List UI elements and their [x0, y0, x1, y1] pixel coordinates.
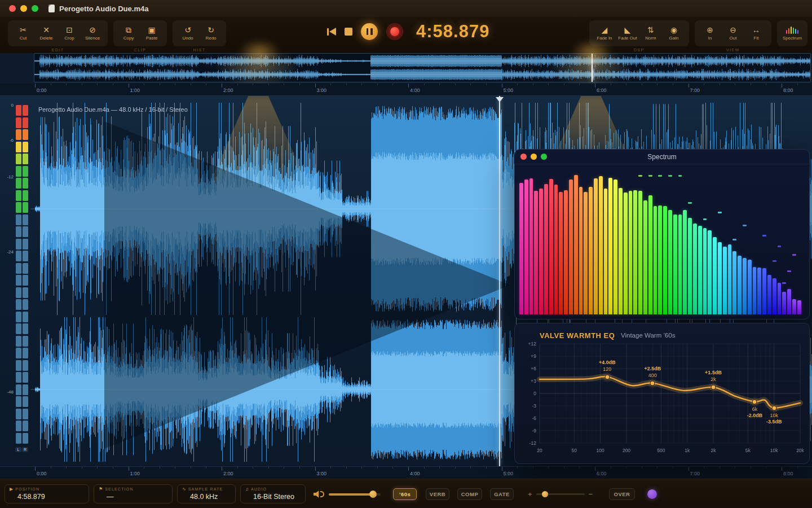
ruler-minor-tick	[82, 84, 82, 85]
eq-band-handle[interactable]	[650, 380, 655, 386]
spectrum-bar	[658, 205, 662, 314]
meter-segment	[16, 372, 21, 383]
meter-segment	[23, 275, 28, 286]
spectrum-bar	[599, 176, 603, 314]
fx-button-60s[interactable]: ’60s	[393, 488, 417, 500]
ruler-tick	[502, 467, 502, 471]
mini-slider-knob[interactable]	[542, 491, 548, 497]
meter-segment	[16, 202, 21, 213]
zoom-in-button[interactable]: ⊕In	[699, 23, 721, 44]
ruler-minor-tick	[735, 467, 735, 468]
spectrum-peak-marker	[732, 239, 736, 240]
meter-segment	[23, 348, 28, 358]
meter-segment	[23, 154, 28, 164]
spectrum-bar	[787, 289, 791, 314]
spectrum-peak-marker	[778, 246, 782, 247]
ruler-minor-tick	[797, 84, 798, 85]
spectrum-icon	[786, 27, 799, 34]
record-button[interactable]	[386, 23, 403, 40]
overview-waveform-canvas[interactable]	[34, 54, 810, 82]
paste-label: Paste	[146, 36, 157, 41]
spectrum-bar	[773, 278, 776, 314]
meter-segment	[16, 409, 21, 419]
over-button[interactable]: OVER	[609, 488, 635, 500]
cut-label: Cut	[20, 36, 27, 41]
undo-button[interactable]: ↺Undo	[177, 23, 198, 44]
pause-button[interactable]	[361, 23, 378, 40]
meter-segment	[16, 263, 21, 274]
cut-button[interactable]: ✂Cut	[12, 23, 34, 44]
ruler-minor-tick	[392, 467, 393, 468]
fx-button-gate[interactable]: GATE	[490, 488, 514, 500]
eq-band-handle[interactable]	[771, 405, 776, 410]
fx-button-comp[interactable]: COMP	[457, 488, 482, 500]
ruler-minor-tick	[97, 84, 98, 85]
meter-segment	[23, 142, 28, 152]
meter-segment	[16, 166, 21, 177]
meter-scale-label: -24	[0, 249, 14, 255]
meter-segment	[23, 129, 28, 140]
eq-band-handle[interactable]	[604, 374, 610, 379]
spectrum-bar	[574, 175, 578, 314]
meter-segment	[16, 348, 21, 358]
ruler-minor-tick	[191, 84, 191, 85]
ruler-minor-tick	[268, 467, 269, 468]
timeline-ruler-bottom[interactable]: 0:001:002:003:004:005:006:007:008:00	[0, 466, 812, 479]
spectrum-toggle-button[interactable]: Spectrum	[777, 20, 807, 46]
mini-slider[interactable]	[536, 493, 585, 496]
status-field-label: POSITION	[15, 487, 39, 491]
meter-segment	[16, 142, 21, 152]
meter-segment	[16, 178, 21, 189]
ruler-tick	[408, 84, 409, 87]
playhead-marker[interactable]	[496, 97, 504, 102]
ruler-minor-tick	[377, 84, 378, 85]
skip-back-button[interactable]	[327, 28, 336, 36]
zoom-out-label: Out	[730, 36, 737, 41]
eq-band-handle[interactable]	[752, 399, 757, 404]
zoom-button[interactable]	[32, 5, 38, 12]
delete-button[interactable]: ✕Delete	[36, 23, 57, 44]
volume-knob[interactable]	[369, 491, 377, 498]
zoomin-icon: ⊕	[707, 26, 713, 34]
fade-in-button[interactable]: ◢Fade In	[594, 23, 615, 44]
meter-segment	[23, 299, 28, 310]
gain-button[interactable]: ◉Gain	[663, 23, 685, 44]
overview-strip[interactable]	[34, 53, 811, 82]
fit-button[interactable]: ↔Fit	[745, 23, 767, 44]
eq-panel: VALVE WARMTH EQ Vintage Warm ’60s +4.0dB…	[514, 323, 810, 464]
norm-button[interactable]: ⇅Norm	[640, 23, 661, 44]
paste-button[interactable]: ▣Paste	[141, 23, 162, 44]
ruler-minor-tick	[766, 467, 766, 468]
spectrum-window-titlebar[interactable]: Spectrum	[515, 150, 809, 164]
volume-slider[interactable]	[329, 493, 381, 496]
crop-button[interactable]: ⊡Crop	[59, 23, 80, 44]
copy-button[interactable]: ⧉Copy	[118, 23, 139, 44]
ruler-label: 5:00	[504, 471, 514, 476]
zoom-out-button[interactable]: ⊖Out	[722, 23, 744, 44]
spectrum-bar	[753, 267, 757, 314]
fadein-icon: ◢	[602, 26, 608, 34]
close-button[interactable]	[9, 5, 16, 12]
timeline-ruler-top[interactable]: 0:001:002:003:004:005:006:007:008:00	[0, 84, 812, 96]
eq-y-label: -12	[516, 440, 536, 446]
ruler-tick	[315, 84, 316, 87]
ruler-minor-tick	[237, 84, 238, 85]
spectrum-bar	[668, 210, 672, 314]
fade-out-button[interactable]: ◣Fade Out	[617, 23, 638, 44]
fx-button-verb[interactable]: VERB	[426, 488, 449, 500]
eq-band-handle[interactable]	[711, 385, 716, 390]
playhead[interactable]	[499, 96, 500, 466]
stop-button[interactable]	[345, 28, 352, 36]
spectrum-bar	[782, 292, 786, 314]
meter-scale-label: 0	[0, 103, 14, 108]
redo-button[interactable]: ↻Redo	[200, 23, 222, 44]
meter-segment	[16, 433, 21, 444]
purple-indicator-button[interactable]	[647, 489, 657, 499]
eq-curve-graph[interactable]	[515, 323, 810, 465]
ruler-minor-tick	[673, 84, 673, 85]
minimize-button[interactable]	[20, 5, 27, 12]
note-icon: ♫	[245, 487, 249, 492]
group-label-hist: HIST	[173, 48, 226, 52]
ruler-minor-tick	[517, 467, 518, 468]
silence-button[interactable]: ⊘Silence	[82, 23, 103, 44]
